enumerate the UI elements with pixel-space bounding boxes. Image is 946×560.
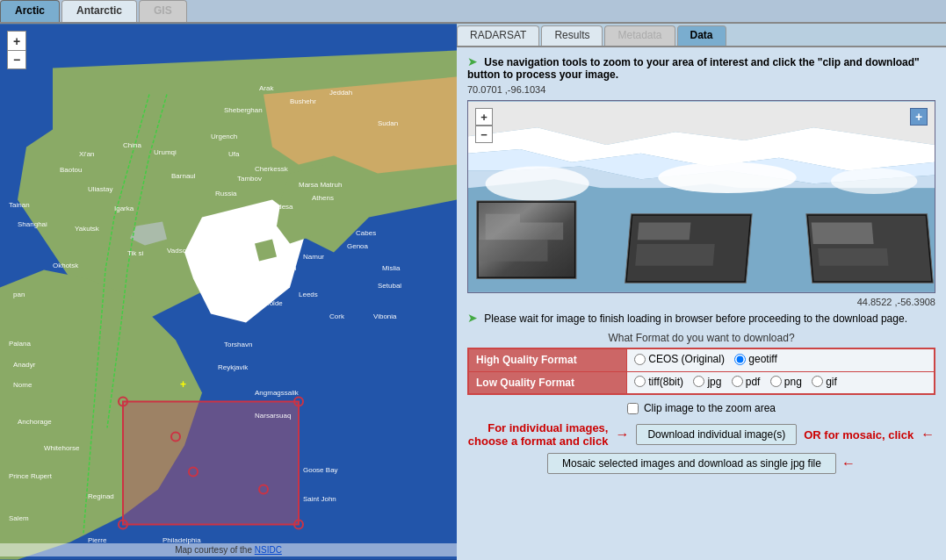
jpg-radio[interactable]: [693, 376, 704, 387]
svg-text:Tainan: Tainan: [9, 201, 30, 209]
download-individual-button[interactable]: Download individual image(s): [636, 424, 797, 445]
svg-text:Okhotsk: Okhotsk: [53, 262, 79, 269]
instruction-text: ➤ Use navigation tools to zoom to your a…: [467, 54, 935, 81]
png-option[interactable]: png: [770, 376, 802, 388]
svg-text:Urumqi: Urumqi: [154, 148, 177, 156]
high-quality-options: CEOS (Original) geotiff: [627, 348, 935, 371]
svg-text:Angmagssalik: Angmagssalik: [255, 389, 300, 397]
svg-text:Vadso: Vadso: [167, 247, 187, 255]
ceos-radio[interactable]: [634, 354, 646, 365]
action-area: For individual images,choose a format an…: [467, 421, 935, 448]
format-question: What Format do you want to download?: [467, 332, 935, 344]
svg-text:Molde: Molde: [264, 299, 283, 307]
tab-results[interactable]: Results: [541, 25, 603, 46]
svg-point-67: [486, 167, 589, 201]
svg-rect-75: [479, 240, 548, 262]
svg-rect-83: [818, 248, 888, 266]
main-area: Tainan Baotou Xi'an China Shanghai Ulias…: [0, 24, 946, 560]
map-zoom-in-button[interactable]: +: [7, 31, 26, 50]
svg-text:Athens: Athens: [312, 194, 334, 202]
right-content: ➤ Use navigation tools to zoom to your a…: [457, 47, 946, 560]
svg-text:Kotlas: Kotlas: [202, 238, 221, 246]
png-radio[interactable]: [770, 376, 782, 387]
svg-point-69: [831, 169, 917, 195]
green-arrow-icon: ➤: [467, 54, 478, 68]
svg-text:Stockholm: Stockholm: [264, 264, 297, 272]
high-quality-label: High Quality Format: [468, 348, 627, 371]
jpg-option[interactable]: jpg: [693, 376, 721, 388]
svg-text:Odesa: Odesa: [272, 203, 293, 211]
tiff8-radio[interactable]: [634, 376, 646, 387]
svg-text:Palana: Palana: [9, 340, 31, 348]
tab-antarctic[interactable]: Antarctic: [61, 0, 137, 22]
svg-text:Narsarsuaq: Narsarsuaq: [255, 412, 291, 420]
svg-point-68: [658, 162, 796, 193]
viewer-expand-button[interactable]: +: [910, 108, 928, 126]
svg-text:Igarka: Igarka: [114, 205, 134, 212]
image-viewer[interactable]: + − +: [467, 100, 935, 293]
svg-text:pan: pan: [13, 291, 25, 298]
svg-text:Bushehr: Bushehr: [290, 97, 316, 105]
tab-radarsat[interactable]: RADARSAT: [457, 25, 539, 46]
left-tab-bar: Arctic Antarctic GIS: [0, 0, 946, 24]
action-arrow-icon: →: [615, 427, 629, 442]
tiff8-option[interactable]: tiff(8bit): [634, 376, 683, 388]
svg-text:Prince Rupert: Prince Rupert: [9, 472, 53, 480]
svg-rect-1: [123, 402, 299, 525]
svg-text:Torshavn: Torshavn: [224, 341, 252, 348]
coords-bottom: 44.8522 ,-56.3908: [467, 297, 935, 307]
map-background[interactable]: Tainan Baotou Xi'an China Shanghai Ulias…: [0, 24, 457, 560]
tab-gis: GIS: [139, 0, 187, 22]
svg-text:Uliastay: Uliastay: [88, 185, 112, 193]
svg-rect-79: [635, 244, 715, 266]
pdf-option[interactable]: pdf: [732, 376, 761, 388]
low-quality-row: Low Quality Format tiff(8bit) jpg pdf: [468, 371, 935, 394]
svg-text:Salem: Salem: [9, 514, 29, 522]
svg-text:Vibonia: Vibonia: [373, 312, 397, 320]
map-panel: Tainan Baotou Xi'an China Shanghai Ulias…: [0, 24, 457, 560]
geotiff-option[interactable]: geotiff: [734, 353, 776, 365]
tab-data[interactable]: Data: [677, 25, 726, 46]
viewer-map: [468, 101, 935, 292]
svg-text:Setubal: Setubal: [378, 282, 401, 290]
green-arrow-icon-2: ➤: [467, 311, 478, 325]
clip-checkbox[interactable]: [627, 403, 639, 414]
gif-radio[interactable]: [812, 376, 823, 387]
ceos-option[interactable]: CEOS (Original): [634, 353, 725, 365]
svg-text:Nome: Nome: [13, 381, 32, 389]
right-panel: RADARSAT Results Metadata Data ➤ Use nav…: [457, 24, 946, 560]
svg-text:Anadyr: Anadyr: [13, 361, 36, 369]
low-quality-options: tiff(8bit) jpg pdf png gif: [627, 371, 935, 394]
format-table: High Quality Format CEOS (Original) geot…: [467, 348, 935, 395]
svg-text:Yakutsk: Yakutsk: [75, 225, 100, 233]
tab-arctic[interactable]: Arctic: [0, 0, 60, 22]
svg-rect-82: [812, 223, 874, 245]
svg-text:Genoa: Genoa: [347, 242, 369, 250]
high-quality-row: High Quality Format CEOS (Original) geot…: [468, 348, 935, 371]
clip-row: Clip image to the zoom area: [467, 402, 935, 414]
viewer-zoom-controls: + −: [475, 108, 493, 143]
viewer-zoom-in-button[interactable]: +: [475, 108, 493, 126]
svg-rect-78: [638, 223, 691, 241]
right-tab-bar: RADARSAT Results Metadata Data: [457, 24, 946, 47]
action-arrow-icon-2: ←: [921, 427, 935, 442]
clip-label: Clip image to the zoom area: [644, 402, 776, 414]
mosaic-button[interactable]: Mosaic selected images and download as s…: [547, 453, 836, 474]
wait-text: ➤ Please wait for image to finish loadin…: [467, 311, 935, 325]
svg-text:China: China: [123, 141, 141, 149]
svg-text:Arak: Arak: [259, 84, 274, 92]
coords-top: 70.0701 ,-96.1034: [467, 84, 935, 95]
map-zoom-out-button[interactable]: −: [7, 50, 26, 69]
geotiff-radio[interactable]: [734, 354, 746, 365]
svg-text:Urgench: Urgench: [211, 133, 237, 140]
svg-text:Anchorage: Anchorage: [18, 418, 52, 426]
svg-text:Tambov: Tambov: [237, 175, 262, 183]
viewer-zoom-out-button[interactable]: −: [475, 126, 493, 143]
svg-text:Sheberghan: Sheberghan: [224, 106, 263, 114]
nsidc-link[interactable]: NSIDC: [255, 545, 282, 555]
svg-text:Reykjavik: Reykjavik: [218, 363, 249, 371]
pdf-radio[interactable]: [732, 376, 743, 387]
map-zoom-controls: + −: [7, 31, 26, 69]
low-quality-label: Low Quality Format: [468, 371, 627, 394]
gif-option[interactable]: gif: [812, 376, 837, 388]
